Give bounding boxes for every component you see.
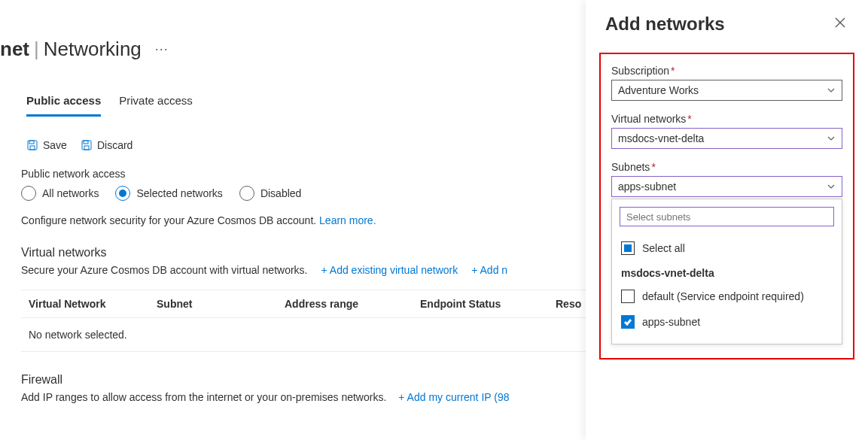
highlight-region: Subscription* Adventure Works Virtual ne… <box>599 53 854 360</box>
save-button[interactable]: Save <box>26 139 67 151</box>
radio-selected-label: Selected networks <box>136 187 222 199</box>
subnet-option-apps[interactable]: apps-subnet <box>620 309 834 335</box>
col-address-range: Address range <box>285 298 420 310</box>
add-existing-vnet-link[interactable]: + Add existing virtual network <box>321 264 458 276</box>
subnets-value: apps-subnet <box>618 181 676 193</box>
tab-private-access[interactable]: Private access <box>119 88 193 117</box>
save-icon <box>26 139 38 151</box>
radio-disabled[interactable]: Disabled <box>239 186 301 201</box>
close-icon[interactable] <box>832 14 848 34</box>
subnet-search-input[interactable] <box>620 207 834 226</box>
chevron-down-icon <box>827 182 836 191</box>
vnet-dropdown[interactable]: msdocs-vnet-delta <box>611 128 842 149</box>
discard-label: Discard <box>97 139 132 151</box>
page-title: Networking <box>44 38 142 61</box>
required-indicator: * <box>651 161 655 173</box>
subnet-default-label: default (Service endpoint required) <box>642 290 804 302</box>
select-all-label: Select all <box>642 242 685 254</box>
required-indicator: * <box>687 113 691 125</box>
radio-all-label: All networks <box>42 187 99 199</box>
select-all-checkbox[interactable] <box>621 241 635 255</box>
required-indicator: * <box>671 65 675 77</box>
subnet-dropdown-popup: Select all msdocs-vnet-delta default (Se… <box>611 199 842 344</box>
save-label: Save <box>43 139 67 151</box>
discard-button[interactable]: Discard <box>81 139 132 151</box>
col-subnet: Subnet <box>157 298 285 310</box>
chevron-down-icon <box>827 134 836 143</box>
panel-title: Add networks <box>605 14 725 35</box>
radio-disabled-label: Disabled <box>260 187 301 199</box>
subnet-apps-label: apps-subnet <box>642 316 700 328</box>
radio-selected-networks[interactable]: Selected networks <box>115 186 222 201</box>
resource-name: net <box>0 38 29 61</box>
subnet-option-default[interactable]: default (Service endpoint required) <box>620 284 834 309</box>
svg-rect-2 <box>30 146 35 150</box>
col-endpoint-status: Endpoint Status <box>420 298 556 310</box>
subnet-group-heading: msdocs-vnet-delta <box>620 261 834 284</box>
learn-more-link[interactable]: Learn more. <box>319 214 376 226</box>
vnet-field-label: Virtual networks <box>611 113 686 125</box>
network-help-text: Configure network security for your Azur… <box>21 214 316 226</box>
add-current-ip-link[interactable]: + Add my current IP (98 <box>398 391 509 403</box>
discard-icon <box>81 139 93 151</box>
firewall-desc: Add IP ranges to allow access from the i… <box>21 391 386 403</box>
svg-rect-5 <box>84 146 89 150</box>
subscription-value: Adventure Works <box>618 84 699 96</box>
add-new-vnet-link[interactable]: + Add n <box>471 264 507 276</box>
vnet-desc: Secure your Azure Cosmos DB account with… <box>21 264 308 276</box>
add-networks-panel: Add networks Subscription* Adventure Wor… <box>586 0 868 440</box>
subnets-field-label: Subnets <box>611 161 650 173</box>
vnet-value: msdocs-vnet-delta <box>618 132 704 144</box>
title-separator: | <box>34 38 39 61</box>
checkbox-checked[interactable] <box>621 315 635 329</box>
radio-all-networks[interactable]: All networks <box>21 186 99 201</box>
chevron-down-icon <box>827 86 836 95</box>
more-icon[interactable]: ··· <box>155 41 169 57</box>
subscription-label: Subscription <box>611 65 669 77</box>
subscription-dropdown[interactable]: Adventure Works <box>611 80 842 101</box>
col-virtual-network: Virtual Network <box>21 298 157 310</box>
svg-rect-4 <box>84 141 88 144</box>
checkbox-unchecked[interactable] <box>621 290 635 303</box>
subnets-dropdown[interactable]: apps-subnet <box>611 176 842 197</box>
svg-rect-1 <box>29 141 34 144</box>
select-all-row[interactable]: Select all <box>620 235 834 261</box>
tab-public-access[interactable]: Public access <box>26 88 101 117</box>
